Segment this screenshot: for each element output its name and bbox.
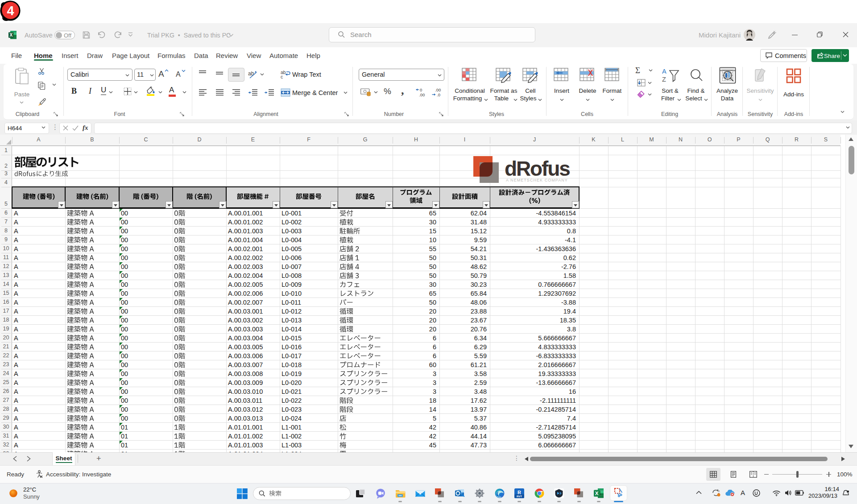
- svg-text:0: 0: [420, 87, 422, 92]
- svg-text:RVT: RVT: [517, 495, 522, 498]
- svg-text:Z: Z: [662, 76, 666, 83]
- svg-text:R: R: [518, 490, 521, 495]
- svg-text:.00: .00: [435, 87, 441, 92]
- svg-text:ab: ab: [248, 70, 254, 77]
- svg-text:.00: .00: [419, 92, 425, 97]
- svg-text:X: X: [595, 491, 599, 496]
- svg-text:A: A: [662, 68, 667, 75]
- svg-text:c: c: [281, 74, 283, 79]
- svg-text:.0: .0: [437, 92, 440, 97]
- svg-text:4: 4: [7, 4, 14, 18]
- svg-text:X: X: [9, 33, 12, 37]
